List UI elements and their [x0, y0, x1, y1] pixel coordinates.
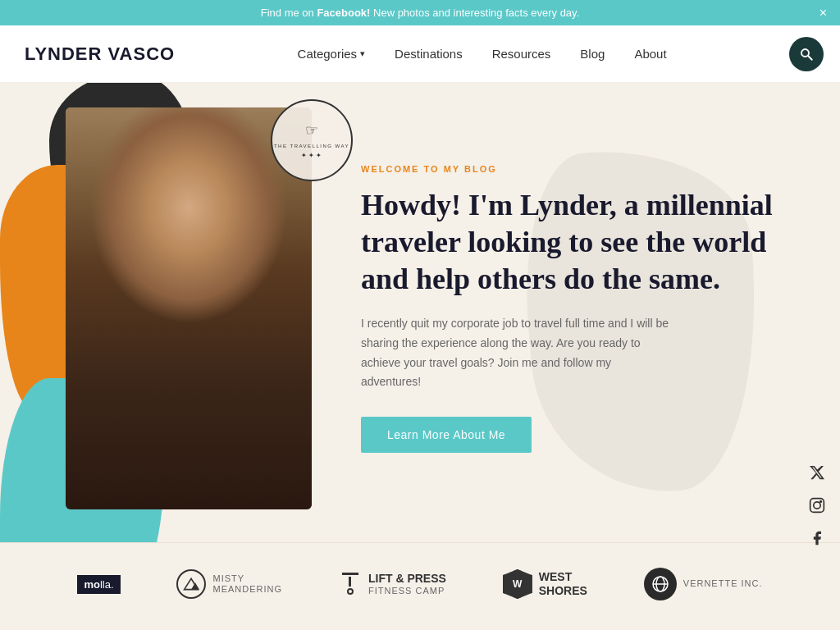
brand-vernette: VERNETTE INC.	[644, 568, 763, 600]
instagram-icon[interactable]	[807, 495, 827, 515]
hero-person-image	[66, 107, 312, 509]
facebook-icon[interactable]	[807, 528, 827, 548]
nav-blog[interactable]: Blog	[580, 47, 605, 61]
announcement-close-button[interactable]: ×	[819, 7, 827, 20]
hero-photo	[66, 107, 312, 509]
brand-west-label: WEST	[539, 570, 587, 584]
nav-about[interactable]: About	[634, 47, 666, 61]
brand-vernette-icon	[644, 568, 677, 600]
hero-title: Howdy! I'm Lynder, a millennial traveler…	[361, 187, 791, 298]
cta-learn-more-button[interactable]: Learn More About Me	[361, 417, 532, 453]
brand-vernette-label: VERNETTE INC.	[683, 578, 763, 589]
brand-lift-label: LIFT & PRESS	[368, 572, 446, 586]
header: LYNDER VASCO Categories▾ Destinations Re…	[0, 25, 840, 83]
hero-photo-wrapper: ☞ The Travelling Way ✦✦✦	[66, 107, 312, 509]
brand-west-shores: W WEST SHORES	[503, 569, 587, 599]
brand-lift-sublabel: FITNESS CAMP	[368, 586, 446, 596]
social-sidebar	[807, 463, 827, 548]
mountain-icon	[183, 576, 199, 592]
hero-description: I recently quit my corporate job to trav…	[361, 314, 673, 392]
brand-misty-sublabel: MEANDERING	[212, 584, 282, 595]
twitter-icon[interactable]	[807, 463, 827, 482]
hero-subtitle: WELCOME TO MY BLOG	[361, 164, 791, 174]
svg-point-9	[820, 501, 822, 503]
badge-stars: ✦✦✦	[274, 151, 349, 160]
search-icon	[799, 47, 814, 62]
brand-molla: molla.	[77, 575, 120, 594]
svg-rect-7	[810, 499, 824, 513]
search-button[interactable]	[789, 37, 824, 71]
nav-categories[interactable]: Categories▾	[298, 47, 366, 61]
brand-lift-press: LIFT & PRESS FITNESS CAMP	[339, 572, 446, 596]
brand-misty-label: MISTY	[212, 573, 282, 584]
hero-section: ☞ The Travelling Way ✦✦✦ WELCOME TO MY B…	[0, 83, 840, 542]
svg-line-1	[808, 56, 812, 60]
site-logo[interactable]: LYNDER VASCO	[25, 43, 175, 65]
brand-molla-logo: molla.	[77, 575, 120, 594]
nav-resources[interactable]: Resources	[492, 47, 551, 61]
main-nav: Categories▾ Destinations Resources Blog …	[298, 47, 667, 61]
lift-press-icon	[339, 573, 362, 596]
brand-west-sublabel: SHORES	[539, 584, 587, 598]
badge-text: The Travelling Way	[274, 143, 349, 151]
announcement-text: Find me on Facebook! New photos and inte…	[261, 7, 580, 19]
chevron-down-icon: ▾	[360, 48, 365, 59]
brand-misty-meandering: MISTY MEANDERING	[176, 569, 282, 599]
announcement-link[interactable]: Facebook!	[317, 7, 370, 19]
brands-section: molla. MISTY MEANDERING LIFT & PRESS FIT…	[0, 542, 840, 625]
svg-point-8	[814, 502, 820, 509]
svg-marker-3	[191, 582, 199, 589]
brand-misty-icon	[176, 569, 206, 599]
nav-destinations[interactable]: Destinations	[395, 47, 463, 61]
hero-text: WELCOME TO MY BLOG Howdy! I'm Lynder, a …	[312, 164, 791, 453]
badge-icon: ☞	[274, 121, 349, 141]
announcement-bar: Find me on Facebook! New photos and inte…	[0, 0, 840, 25]
brand-west-icon: W	[503, 569, 532, 599]
